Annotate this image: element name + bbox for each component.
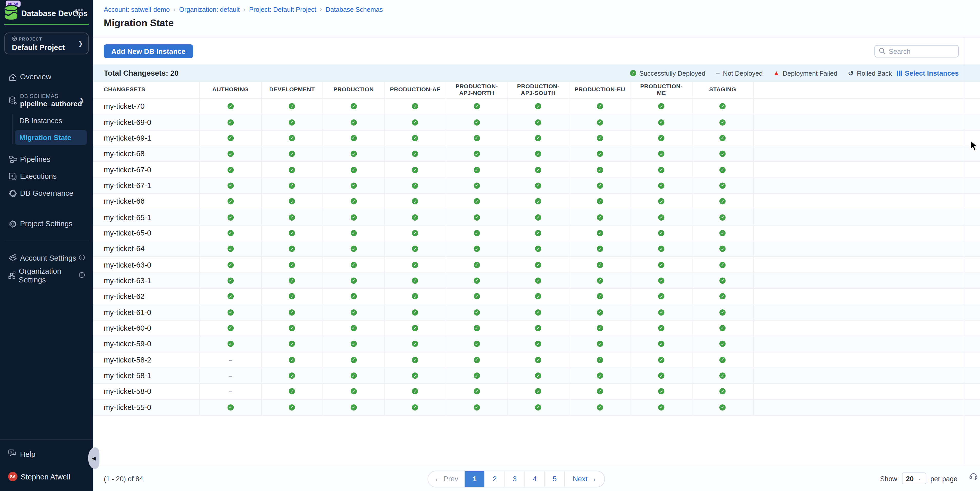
success-check-icon: ✓: [289, 103, 295, 109]
success-check-icon: ✓: [350, 246, 356, 252]
success-check-icon: ✓: [227, 309, 234, 315]
sidebar-item-executions[interactable]: Executions: [0, 168, 93, 185]
status-cell: ✓: [569, 352, 630, 367]
success-check-icon: ✓: [658, 293, 665, 299]
success-check-icon: ✓: [474, 135, 480, 141]
status-cell: ✓: [261, 210, 323, 225]
status-cell: ✓: [630, 99, 692, 114]
success-check-icon: ✓: [720, 103, 726, 109]
success-check-icon: ✓: [720, 198, 726, 205]
changeset-name: my-ticket-63-1: [93, 273, 199, 288]
success-check-icon: ✓: [597, 293, 603, 299]
success-check-icon: ✓: [658, 214, 665, 220]
sidebar-item-db-governance[interactable]: DB Governance: [0, 185, 93, 202]
status-cell: ✓: [445, 352, 507, 367]
page-button-3[interactable]: 3: [504, 471, 524, 487]
next-page-button[interactable]: Next →: [565, 471, 605, 487]
main-content: Account: satwell-demo›Organization: defa…: [93, 0, 980, 491]
svg-text:?: ?: [10, 450, 12, 454]
status-cell: ✓: [261, 226, 323, 241]
legend-item: –Not Deployed: [716, 69, 763, 77]
not-deployed-dash-icon: –: [229, 388, 232, 395]
success-check-icon: ✓: [350, 230, 356, 236]
success-check-icon: ✓: [412, 293, 418, 299]
changeset-name: my-ticket-58-1: [93, 368, 199, 383]
success-check-icon: ✓: [720, 357, 726, 363]
status-cell: ✓: [692, 242, 754, 257]
sidebar-item-migration-state[interactable]: Migration State: [15, 130, 87, 145]
app-grid-icon[interactable]: [75, 9, 83, 19]
sidebar-item-project-settings[interactable]: Project Settings: [0, 216, 93, 232]
status-cell: ✓: [692, 99, 754, 114]
sidebar-item-organization-settings[interactable]: Organization Settings: [0, 267, 93, 284]
success-check-icon: ✓: [720, 372, 726, 379]
page-header: Account: satwell-demo›Organization: defa…: [93, 0, 980, 37]
chevron-down-icon: ⌄: [917, 476, 921, 481]
status-cell: ✓: [445, 115, 507, 130]
success-check-icon: ✓: [658, 135, 665, 141]
breadcrumb-link[interactable]: Organization: default: [179, 6, 240, 13]
breadcrumb: Account: satwell-demo›Organization: defa…: [103, 6, 980, 13]
status-cell: ✓: [569, 130, 630, 145]
success-check-icon: ✓: [720, 167, 726, 173]
page-size-select[interactable]: 20 ⌄: [902, 472, 926, 484]
success-check-icon: ✓: [597, 357, 603, 363]
add-db-instance-button[interactable]: Add New DB Instance: [103, 44, 193, 58]
sidebar-item-account-settings[interactable]: Account Settings: [0, 249, 93, 267]
db-schemas-label: DB SCHEMAS: [20, 93, 82, 99]
breadcrumb-separator: ›: [243, 6, 245, 12]
sidebar-collapse-handle[interactable]: ◀: [88, 447, 100, 469]
breadcrumb-link[interactable]: Database Schemas: [326, 6, 383, 13]
sidebar-item-label: Overview: [20, 73, 51, 81]
status-cell: ✓: [507, 226, 569, 241]
page-title: Migration State: [103, 17, 980, 29]
page-button-5[interactable]: 5: [544, 471, 565, 487]
success-check-icon: ✓: [412, 404, 418, 410]
breadcrumb-link[interactable]: Account: satwell-demo: [103, 6, 170, 13]
success-check-icon: ✓: [350, 278, 356, 284]
changeset-name: my-ticket-61-0: [93, 305, 199, 320]
sidebar-item-overview[interactable]: Overview: [0, 68, 93, 86]
status-cell: ✓: [630, 210, 692, 225]
breadcrumb-link[interactable]: Project: Default Project: [249, 6, 316, 13]
status-cell: ✓: [199, 320, 261, 335]
success-check-icon: ✓: [412, 262, 418, 268]
sidebar-item-db-schemas[interactable]: DB SCHEMAS pipeline_authored ❯: [0, 89, 93, 111]
sidebar-item-help[interactable]: ? Help: [0, 446, 93, 462]
search-box[interactable]: [874, 44, 959, 57]
sidebar-item-pipelines[interactable]: Pipelines: [0, 151, 93, 168]
success-check-icon: ✓: [535, 246, 541, 252]
status-cell: ✓: [323, 384, 384, 399]
success-check-icon: ✓: [412, 278, 418, 284]
table-row: my-ticket-64✓✓✓✓✓✓✓✓✓: [93, 242, 980, 257]
status-cell: ✓: [261, 115, 323, 130]
pagination-footer: (1 - 20) of 84 ← Prev12345Next → Show 20…: [93, 466, 980, 491]
user-menu[interactable]: SA Stephen Atwell: [0, 467, 93, 486]
success-check-icon: ✓: [227, 278, 234, 284]
status-cell: ✓: [323, 305, 384, 320]
project-selector[interactable]: PROJECT Default Project ❯: [4, 32, 89, 54]
changeset-name: my-ticket-65-0: [93, 226, 199, 241]
status-cell: ✓: [323, 352, 384, 367]
changeset-name: my-ticket-58-2: [93, 352, 199, 367]
select-instances-button[interactable]: Select Instances: [897, 69, 959, 77]
support-headset-icon[interactable]: [969, 472, 978, 483]
status-cell: ✓: [199, 194, 261, 209]
status-cell: ✓: [199, 336, 261, 351]
success-check-icon: ✓: [597, 167, 603, 173]
sidebar-item-db-instances[interactable]: DB Instances: [0, 113, 93, 129]
page-button-2[interactable]: 2: [484, 471, 504, 487]
db-schemas-value: pipeline_authored: [20, 100, 82, 108]
page-button-4[interactable]: 4: [524, 471, 544, 487]
status-cell: ✓: [199, 178, 261, 193]
search-input[interactable]: [889, 47, 955, 55]
column-header: PRODUCTION-APJ-NORTH: [445, 82, 507, 98]
success-check-icon: ✓: [227, 341, 234, 347]
success-check-icon: ✓: [350, 293, 356, 299]
sidebar-item-label: Executions: [20, 172, 57, 181]
sidebar-item-label: DB Governance: [20, 189, 73, 197]
prev-page-button[interactable]: ← Prev: [428, 471, 465, 487]
status-cell: ✓: [384, 320, 445, 335]
table-row: my-ticket-66✓✓✓✓✓✓✓✓✓: [93, 194, 980, 210]
page-button-1[interactable]: 1: [465, 471, 484, 487]
